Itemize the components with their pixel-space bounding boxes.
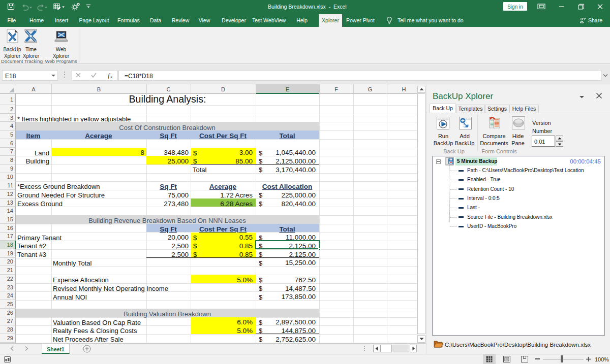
svg-text:x: x: [110, 74, 112, 79]
